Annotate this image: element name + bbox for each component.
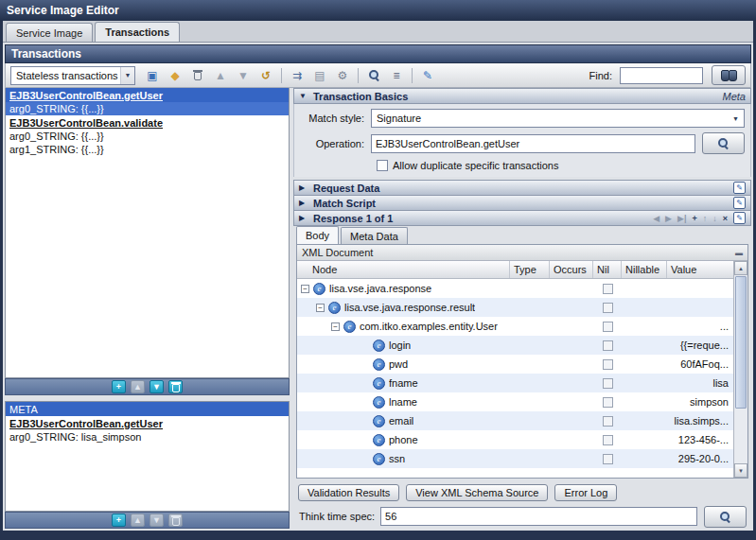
toolbar-separator [412,68,413,83]
prev-response-icon[interactable]: ◀ [653,214,659,223]
column-header-nillable[interactable]: Nillable [622,261,667,278]
nil-checkbox[interactable] [603,435,613,445]
transaction-name[interactable]: EJB3UserControlBean.getUser [6,416,289,430]
scrollbar-thumb[interactable] [735,276,747,409]
xml-row[interactable]: elogin{{=reque... [297,336,733,355]
column-header-type[interactable]: Type [510,261,550,278]
move-response-up-icon[interactable]: ↑ [703,214,708,223]
meta-list-header[interactable]: META [6,402,289,416]
think-time-row: Think time spec: [293,504,751,529]
transaction-argument[interactable]: arg0_STRING: {{...}} [6,130,289,143]
collapse-expander-icon[interactable]: − [301,285,309,293]
nil-checkbox[interactable] [603,416,613,427]
transaction-argument[interactable]: arg1_STRING: {{...}} [6,143,289,156]
column-header-nil[interactable]: Nil [593,261,622,278]
nil-checkbox[interactable] [603,322,613,332]
transaction-name[interactable]: EJB3UserControlBean.validate [6,115,289,130]
think-time-input[interactable] [380,507,697,526]
move-down-icon[interactable]: ▼ [233,66,254,85]
organize-icon[interactable]: ≡ [386,66,407,85]
delete-button[interactable] [168,380,183,393]
match-style-dropdown[interactable]: Signature ▼ [371,109,745,128]
xml-row[interactable]: efnamelisa [297,374,733,392]
xml-row[interactable]: epwd60fAFoq... [297,355,733,374]
revert-icon[interactable]: ↺ [255,66,276,85]
transaction-basics-header[interactable]: ▼ Transaction Basics Meta [293,88,751,104]
scroll-down-icon[interactable]: ▼ [734,463,747,478]
nil-checkbox[interactable] [603,303,613,313]
move-up-button[interactable]: ▲ [131,514,145,527]
xml-row[interactable]: essn295-20-0... [297,449,733,468]
service-image-icon[interactable]: ▣ [142,66,163,85]
edit-icon[interactable]: ✎ [417,66,438,85]
xml-row[interactable]: −ecom.itko.examples.entity.User... [297,317,733,336]
next-response-icon[interactable]: ▶ [665,214,672,223]
transaction-name[interactable]: EJB3UserControlBean.getUser [6,88,289,102]
response-tab-body[interactable]: Body [296,226,339,244]
delete-button[interactable] [168,514,183,527]
xml-row[interactable]: ephone123-456-... [297,430,733,449]
error-log-button[interactable]: Error Log [554,484,617,501]
nil-checkbox[interactable] [603,454,613,464]
allow-duplicate-checkbox[interactable] [377,160,388,171]
xml-row[interactable]: eemaillisa.simps... [297,411,733,430]
move-response-down-icon[interactable]: ↓ [712,214,717,223]
add-button[interactable]: + [112,514,126,527]
move-up-button[interactable]: ▲ [131,380,145,393]
validation-results-button[interactable]: Validation Results [298,484,399,501]
xml-row[interactable]: −elisa.vse.java.response [297,279,733,298]
inspect-icon[interactable] [363,66,384,85]
collapse-expander-icon[interactable]: − [331,322,340,331]
nil-checkbox[interactable] [603,397,613,408]
delete-response-icon[interactable]: × [723,214,728,223]
operation-expression-button[interactable] [702,132,745,154]
value-cell: lisa [667,374,733,392]
open-editor-icon[interactable]: ✎ [733,212,746,224]
xml-row[interactable]: elnamesimpson [297,392,733,411]
transaction-argument[interactable]: arg0_STRING: {{...}} [6,102,289,115]
nil-checkbox[interactable] [603,359,613,370]
request-data-header[interactable]: ▶ Request Data ✎ [293,180,751,196]
last-response-icon[interactable]: ▶| [677,214,686,223]
nil-checkbox[interactable] [603,284,613,294]
transaction-list[interactable]: EJB3UserControlBean.getUserarg0_STRING: … [5,88,290,378]
add-response-icon[interactable]: + [692,214,696,223]
match-script-header[interactable]: ▶ Match Script ✎ [293,195,751,211]
new-transaction-icon[interactable]: ◆ [165,66,185,85]
open-editor-icon[interactable]: ✎ [733,197,746,209]
tab-transactions[interactable]: Transactions [95,22,180,42]
nil-checkbox[interactable] [603,340,613,351]
response-header[interactable]: ▶ Response 1 of 1 ◀▶▶|+↑↓× ✎ [293,210,751,226]
duplicate-icon[interactable]: ▤ [309,66,330,85]
add-button[interactable]: + [112,380,126,393]
transaction-argument[interactable]: arg0_STRING: lisa_simpson [6,430,289,444]
collapse-expander-icon[interactable]: − [316,304,325,312]
column-header-node[interactable]: Node [297,261,510,278]
response-tab-meta-data[interactable]: Meta Data [341,227,408,244]
move-down-button[interactable]: ▼ [149,380,164,393]
column-header-occurs[interactable]: Occurs [550,261,593,278]
expand-caret-icon: ▶ [299,199,308,207]
magnifier-icon [719,511,731,523]
move-up-icon[interactable]: ▲ [210,66,231,85]
delete-icon[interactable] [187,66,208,85]
xml-row[interactable]: −elisa.vse.java.response.result [297,298,733,317]
find-button[interactable] [712,65,746,85]
nil-checkbox[interactable] [603,378,613,389]
settings-icon[interactable]: ⚙ [332,66,353,85]
column-header-value[interactable]: Value [667,261,733,278]
occurs-cell [550,411,593,430]
meta-transaction-list[interactable]: EJB3UserControlBean.getUserarg0_STRING: … [6,416,289,511]
scroll-up-icon[interactable]: ▲ [734,261,747,275]
think-time-expression-button[interactable] [704,506,747,528]
operation-input[interactable] [371,134,695,153]
xml-table-scrollbar[interactable]: ▲ ▼ [733,261,747,478]
panel-collapse-icon[interactable]: ▬ [735,249,743,257]
move-down-button[interactable]: ▼ [149,514,164,527]
open-editor-icon[interactable]: ✎ [733,182,746,194]
transaction-mode-dropdown[interactable]: Stateless transactions ▼ [10,66,135,85]
view-xml-schema-source-button[interactable]: View XML Schema Source [406,484,548,501]
find-input[interactable] [620,67,703,84]
tab-service-image[interactable]: Service Image [6,23,93,42]
promote-icon[interactable]: ⇉ [287,66,308,85]
